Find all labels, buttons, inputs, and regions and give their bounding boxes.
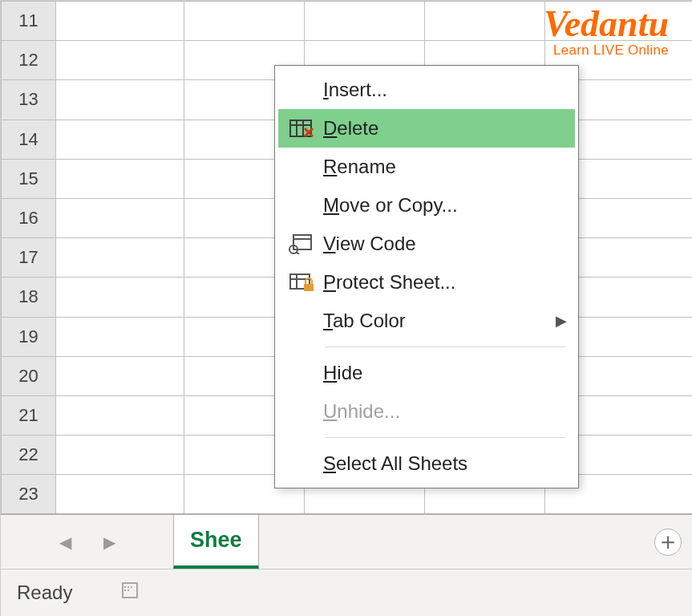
sheet-tab-bar: ◀ ▶ Shee ＋ [1,513,692,569]
cell[interactable] [545,2,693,41]
sheet-tab[interactable]: Shee [173,515,259,569]
cell[interactable] [56,41,184,80]
row-header[interactable]: 19 [2,317,56,356]
menu-label: Rename [323,156,567,178]
row-header[interactable]: 11 [2,2,56,41]
row-header[interactable]: 17 [2,238,56,278]
prev-sheet-icon[interactable]: ◀ [59,533,71,552]
view-code-icon [281,233,323,254]
next-sheet-icon[interactable]: ▶ [103,533,115,552]
cell[interactable] [56,475,184,514]
menu-label: Delete [323,117,567,140]
row-header[interactable]: 15 [2,159,56,198]
menu-label: View Code [323,233,567,255]
cell[interactable] [56,80,184,120]
menu-item-delete[interactable]: Delete [278,109,575,148]
cell[interactable] [56,395,184,435]
cell[interactable] [56,317,184,356]
cell[interactable] [56,120,184,159]
svg-rect-3 [131,586,132,588]
svg-rect-2 [127,586,129,588]
menu-label: Unhide... [323,400,567,423]
delete-sheet-icon [281,117,323,140]
menu-label: Insert... [323,79,567,101]
row-header[interactable]: 18 [2,278,56,317]
row-header[interactable]: 23 [2,475,56,514]
status-bar: Ready [1,569,692,616]
sheet-context-menu: Insert... Delete Rename Move or Copy... … [274,65,579,488]
cell[interactable] [56,436,184,475]
cell[interactable] [56,238,184,278]
svg-rect-5 [127,590,129,591]
menu-label: Tab Color [323,310,556,332]
menu-item-unhide: Unhide... [278,392,575,431]
menu-separator [325,346,565,347]
cell[interactable] [56,2,184,41]
svg-rect-1 [124,586,126,588]
cell[interactable] [56,278,184,317]
row-header[interactable]: 13 [2,80,56,120]
status-ready: Ready [17,582,72,604]
row-header[interactable]: 16 [2,198,56,237]
menu-item-tab-color[interactable]: Tab Color ▶ [278,302,575,340]
protect-sheet-icon [281,271,323,294]
macro-record-icon[interactable] [120,582,141,604]
cell[interactable] [184,2,305,41]
menu-label: Hide [323,362,567,384]
menu-label: Protect Sheet... [323,271,567,294]
menu-item-view-code[interactable]: View Code [278,225,575,263]
row-header[interactable]: 21 [2,395,56,435]
svg-rect-4 [124,590,126,591]
menu-item-move-or-copy[interactable]: Move or Copy... [278,186,575,225]
submenu-arrow-icon: ▶ [556,312,567,330]
add-sheet-button[interactable]: ＋ [654,529,682,556]
menu-item-hide[interactable]: Hide [278,354,575,392]
menu-item-protect-sheet[interactable]: Protect Sheet... [278,263,575,302]
row-header[interactable]: 22 [2,436,56,475]
menu-separator [325,437,565,438]
row-header[interactable]: 12 [2,41,56,80]
cell[interactable] [56,356,184,395]
cell[interactable] [56,159,184,198]
row-header[interactable]: 20 [2,356,56,395]
menu-item-select-all-sheets[interactable]: Select All Sheets [278,444,575,483]
menu-item-rename[interactable]: Rename [278,148,575,186]
cell[interactable] [56,198,184,237]
cell[interactable] [305,2,425,41]
svg-rect-19 [304,284,314,291]
menu-label: Move or Copy... [323,194,567,217]
menu-label: Select All Sheets [323,452,567,475]
svg-line-15 [296,252,299,254]
cell[interactable] [425,2,545,41]
table-row: 11 [2,2,693,41]
menu-item-insert[interactable]: Insert... [278,71,575,109]
row-header[interactable]: 14 [2,120,56,159]
